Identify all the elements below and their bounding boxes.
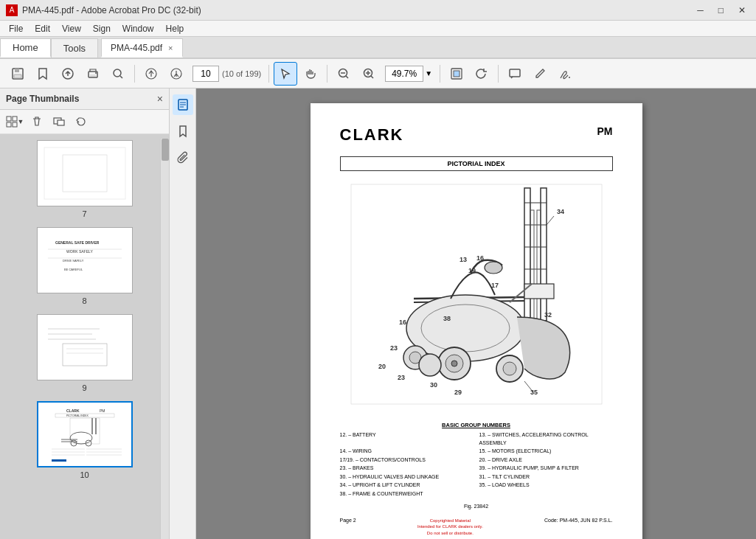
sidebar-thumbnails: 7 GENERAL SAFE DRIVER WORK SAFELY DRIVE … bbox=[0, 134, 169, 539]
svg-rect-22 bbox=[41, 144, 129, 203]
menu-view[interactable]: View bbox=[56, 22, 87, 35]
zoom-dropdown-button[interactable]: ▼ bbox=[425, 69, 432, 77]
page-header: CLARK PM bbox=[340, 125, 613, 145]
save-button[interactable] bbox=[6, 62, 30, 86]
sign-button[interactable] bbox=[553, 62, 577, 86]
hand-tool-button[interactable] bbox=[299, 62, 322, 86]
select-tool-button[interactable] bbox=[274, 62, 297, 86]
sidebar-collapse-button[interactable]: ‹ bbox=[169, 299, 170, 329]
footer-code: Code: PM-445, JUN 82 P.S.L. bbox=[544, 518, 612, 536]
thumbnail-9[interactable]: 9 bbox=[37, 314, 133, 392]
maximize-button[interactable]: □ bbox=[714, 5, 728, 15]
pen-button[interactable] bbox=[528, 62, 552, 86]
sidebar-header: Page Thumbnails × bbox=[0, 88, 169, 110]
find-button[interactable] bbox=[106, 62, 130, 86]
print-button[interactable] bbox=[81, 62, 105, 86]
prev-page-button[interactable] bbox=[139, 62, 163, 86]
clark-pm: PM bbox=[597, 125, 613, 137]
left-icon-bookmarks[interactable] bbox=[173, 121, 193, 142]
tab-document[interactable]: PMA-445.pdf × bbox=[101, 38, 182, 58]
svg-text:38: 38 bbox=[443, 315, 451, 322]
left-icon-pages[interactable] bbox=[173, 94, 193, 115]
thumbnail-8-label: 8 bbox=[82, 296, 86, 305]
svg-text:30: 30 bbox=[430, 381, 437, 389]
forklift-diagram: 34 32 32 19 13 16 17 38 16 23 23 20 30 2… bbox=[347, 177, 606, 413]
svg-text:GENERAL SAFE DRIVER: GENERAL SAFE DRIVER bbox=[55, 240, 100, 245]
menu-edit[interactable]: Edit bbox=[29, 22, 56, 35]
thumbnail-10[interactable]: CLARK PM PICTORIAL INDEX bbox=[37, 401, 133, 479]
page-number-input[interactable] bbox=[193, 66, 219, 82]
bookmark-button[interactable] bbox=[31, 62, 55, 86]
thumbnail-8-image[interactable]: GENERAL SAFE DRIVER WORK SAFELY DRIVE SA… bbox=[37, 227, 133, 293]
zoom-input-group: ▼ bbox=[385, 66, 432, 82]
page-total: (10 of 199) bbox=[222, 69, 261, 78]
sidebar-toolbar: ▼ bbox=[0, 110, 169, 134]
left-icon-panel bbox=[170, 88, 196, 539]
footer-copyright: Copyrighted MaterialIntended for CLARK d… bbox=[417, 518, 483, 536]
menu-window[interactable]: Window bbox=[117, 22, 160, 35]
app-icon: A bbox=[6, 4, 18, 16]
thumbnail-7-image[interactable] bbox=[37, 140, 133, 206]
title-bar: A PMA-445.pdf - Adobe Acrobat Pro DC (32… bbox=[0, 0, 756, 21]
thumbnail-10-label: 10 bbox=[80, 470, 89, 479]
thumbnail-8[interactable]: GENERAL SAFE DRIVER WORK SAFELY DRIVE SA… bbox=[37, 227, 133, 305]
svg-text:19: 19 bbox=[468, 267, 476, 274]
svg-text:CLARK: CLARK bbox=[66, 408, 80, 413]
close-button[interactable]: ✕ bbox=[734, 5, 750, 15]
svg-point-86 bbox=[419, 354, 441, 376]
zoom-in-button[interactable] bbox=[357, 62, 381, 86]
svg-text:16: 16 bbox=[476, 254, 484, 262]
tab-close-button[interactable]: × bbox=[168, 44, 173, 52]
section-title: PICTORIAL INDEX bbox=[340, 156, 613, 171]
minimize-button[interactable]: ─ bbox=[693, 5, 708, 15]
svg-rect-18 bbox=[7, 122, 11, 127]
sidebar-close-button[interactable]: × bbox=[157, 93, 163, 105]
svg-rect-17 bbox=[13, 117, 17, 121]
svg-rect-58 bbox=[52, 459, 66, 462]
toolbar: (10 of 199) ▼ bbox=[0, 59, 756, 88]
fit-page-button[interactable] bbox=[445, 62, 468, 86]
thumbnail-9-image[interactable] bbox=[37, 314, 133, 380]
svg-rect-13 bbox=[454, 71, 460, 77]
sidebar-scrollbar[interactable] bbox=[160, 139, 169, 539]
tab-tools[interactable]: Tools bbox=[51, 38, 98, 58]
zoom-out-button[interactable] bbox=[332, 62, 356, 86]
thumbnail-7[interactable]: 7 bbox=[37, 140, 133, 218]
svg-rect-1 bbox=[15, 69, 19, 72]
clark-logo: CLARK bbox=[340, 125, 404, 145]
undo-button[interactable] bbox=[71, 113, 91, 131]
document-page: CLARK PM PICTORIAL INDEX bbox=[311, 103, 642, 539]
svg-rect-14 bbox=[510, 69, 520, 77]
rotate-button[interactable] bbox=[470, 62, 493, 86]
menu-help[interactable]: Help bbox=[160, 22, 190, 35]
document-area[interactable]: CLARK PM PICTORIAL INDEX bbox=[196, 88, 756, 539]
tab-home[interactable]: Home bbox=[0, 38, 51, 58]
embed-button[interactable] bbox=[49, 113, 69, 131]
toolbar-separator-1 bbox=[134, 65, 135, 83]
comment-button[interactable] bbox=[503, 62, 527, 86]
scrollbar-thumb[interactable] bbox=[162, 139, 169, 161]
menu-file[interactable]: File bbox=[3, 22, 29, 35]
upload-button[interactable] bbox=[56, 62, 80, 86]
thumbnail-10-image[interactable]: CLARK PM PICTORIAL INDEX bbox=[37, 401, 133, 467]
sidebar: Page Thumbnails × ▼ bbox=[0, 88, 170, 539]
svg-rect-2 bbox=[14, 74, 21, 78]
toolbar-separator-2 bbox=[268, 65, 269, 83]
zoom-input[interactable] bbox=[385, 66, 423, 82]
thumbnail-7-label: 7 bbox=[82, 209, 86, 218]
left-icon-attachments[interactable] bbox=[173, 147, 193, 168]
svg-point-83 bbox=[503, 362, 516, 375]
svg-point-6 bbox=[95, 72, 97, 74]
next-page-button[interactable] bbox=[164, 62, 188, 86]
delete-thumbnail-button[interactable] bbox=[27, 113, 47, 131]
menu-sign[interactable]: Sign bbox=[87, 22, 117, 35]
svg-text:13: 13 bbox=[460, 256, 467, 263]
main-area: Page Thumbnails × ▼ bbox=[0, 88, 756, 539]
svg-rect-5 bbox=[90, 74, 96, 77]
svg-rect-32 bbox=[41, 318, 129, 377]
basic-group-title: BASIC GROUP NUMBERS bbox=[340, 422, 613, 428]
fig-caption: Fig. 23842 bbox=[340, 504, 613, 509]
toolbar-separator-4 bbox=[440, 65, 440, 83]
thumbnail-options-button[interactable]: ▼ bbox=[4, 113, 25, 131]
page-footer: Page 2 Copyrighted MaterialIntended for … bbox=[340, 518, 613, 536]
